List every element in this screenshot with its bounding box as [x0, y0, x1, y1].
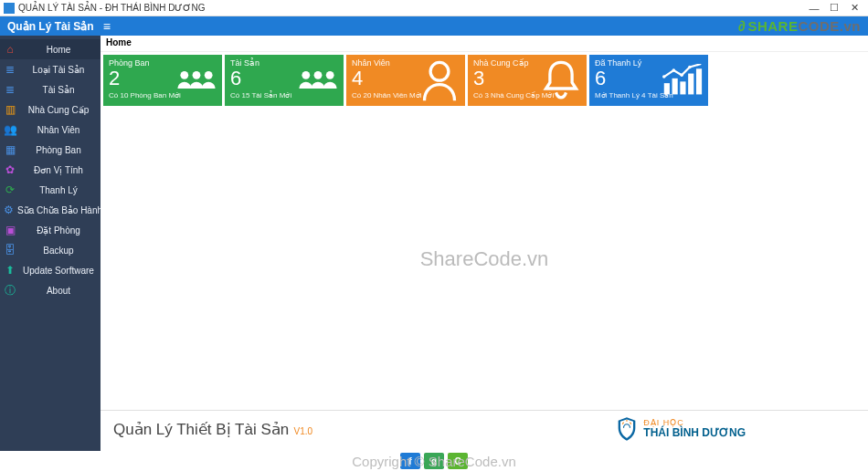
svg-point-14 [680, 74, 683, 78]
uni-line2: THÁI BÌNH DƯƠNG [643, 427, 746, 439]
sidebar-item-label: Update Sorftware [20, 266, 97, 276]
calendar-icon: ▣ [4, 224, 16, 236]
database-icon: 🗄 [4, 244, 16, 256]
users-icon [298, 60, 338, 100]
sidebar-item-sua-chua[interactable]: ⚙ Sữa Chữa Bảo Hành [0, 200, 101, 220]
card-tai-san[interactable]: Tài Sản 6 Có 15 Tài Sản Mới [225, 55, 344, 106]
sidebar-item-label: Backup [20, 246, 97, 256]
app-icon [4, 3, 15, 14]
social-chip[interactable]: g [424, 453, 444, 469]
list-icon: ≣ [4, 63, 16, 76]
bell-icon [541, 60, 581, 100]
gear-icon: ✿ [4, 163, 16, 176]
sidebar-item-label: Đặt Phòng [20, 225, 97, 236]
sidebar-item-backup[interactable]: 🗄 Backup [0, 240, 101, 260]
recycle-icon: ⟳ [4, 183, 16, 196]
svg-point-15 [688, 66, 692, 69]
sidebar-item-loai-tai-san[interactable]: ≣ Loại Tài Sản [0, 59, 101, 79]
person-icon [419, 60, 460, 100]
wrench-icon: ⚙ [4, 204, 14, 216]
home-icon: ⌂ [4, 43, 16, 56]
footer-title: Quản Lý Thiết Bị Tài Sản [113, 421, 289, 438]
app-title: Quản Lý Tài Sản [7, 20, 94, 33]
sidebar-item-label: About [20, 286, 97, 296]
users-icon [176, 60, 217, 100]
card-nha-cung-cap[interactable]: Nhà Cung Cấp 3 Có 3 Nhà Cung Cấp Mới [468, 55, 587, 106]
sidebar-item-don-vi-tinh[interactable]: ✿ Đơn Vị Tính [0, 160, 101, 180]
svg-point-0 [180, 71, 188, 79]
card-phong-ban[interactable]: Phòng Ban 2 Có 10 Phòng Ban Mới [103, 55, 222, 106]
info-icon: ⓘ [4, 284, 16, 297]
svg-rect-9 [680, 82, 685, 95]
svg-point-5 [326, 71, 334, 79]
minimize-button[interactable]: — [804, 3, 824, 14]
sidebar-item-phong-ban[interactable]: ▦ Phòng Ban [0, 140, 101, 160]
svg-rect-8 [672, 78, 678, 95]
sidebar-item-nha-cung-cap[interactable]: ▥ Nhà Cung Cấp [0, 99, 101, 120]
social-chip[interactable]: C [448, 453, 468, 469]
svg-rect-10 [688, 74, 693, 95]
sidebar-item-label: Nhân Viên [20, 125, 97, 135]
watermark: ShareCode.vn [420, 247, 549, 271]
breadcrumb: Home [101, 36, 868, 52]
sidebar-item-dat-phong[interactable]: ▣ Đặt Phòng [0, 220, 101, 240]
svg-point-6 [430, 62, 449, 80]
sidebar-item-update[interactable]: ⬆ Update Sorftware [0, 260, 101, 280]
office-icon: ▦ [4, 143, 16, 156]
maximize-button[interactable]: ☐ [824, 2, 844, 14]
sidebar-item-label: Thanh Lý [20, 185, 97, 195]
chart-icon [662, 60, 703, 100]
svg-point-2 [205, 71, 213, 79]
window-titlebar: QUẢN LÝ TÀI SẢN - ĐH THÁI BÌNH DƯƠNG — ☐… [0, 0, 868, 16]
logo-swirl-icon: ∂ [738, 18, 746, 34]
card-da-thanh-ly[interactable]: Đã Thanh Lý 6 Mới Thanh Lý 4 Tài Sản [589, 55, 708, 106]
sidebar-item-label: Home [20, 45, 97, 55]
sidebar-item-label: Phòng Ban [20, 145, 97, 155]
svg-point-1 [193, 71, 201, 79]
main-content: Home Phòng Ban 2 Có 10 Phòng Ban Mới Tài… [101, 36, 868, 451]
list-icon: ≣ [4, 83, 16, 96]
sidebar-item-tai-san[interactable]: ≣ Tài Sản [0, 79, 101, 99]
building-icon: ▥ [4, 103, 16, 116]
sidebar-item-nhan-vien[interactable]: 👥 Nhân Viên [0, 120, 101, 140]
close-button[interactable]: ✕ [844, 2, 864, 14]
sidebar-item-home[interactable]: ⌂ Home [0, 39, 101, 59]
content-area: ShareCode.vn [101, 109, 868, 410]
sidebar: ⌂ Home ≣ Loại Tài Sản ≣ Tài Sản ▥ Nhà Cu… [0, 36, 101, 451]
svg-rect-11 [696, 69, 702, 95]
svg-point-12 [662, 76, 666, 79]
people-icon: 👥 [4, 123, 16, 136]
card-nhan-vien[interactable]: Nhân Viên 4 Có 20 Nhân Viên Mới [346, 55, 465, 106]
svg-rect-7 [664, 84, 670, 95]
footer: Quản Lý Thiết Bị Tài Sản V1.0 ĐẠI HỌC TH… [101, 410, 868, 451]
sidebar-item-label: Sữa Chữa Bảo Hành [17, 205, 102, 215]
sharecode-logo: ∂SHARECODE.vn [738, 18, 861, 35]
sidebar-item-label: Đơn Vị Tính [20, 165, 97, 175]
sidebar-item-label: Loại Tài Sản [20, 65, 97, 75]
svg-point-4 [314, 71, 323, 79]
sidebar-item-label: Nhà Cung Cấp [20, 105, 97, 115]
social-chip[interactable]: f [400, 453, 420, 469]
topbar: Quản Lý Tài Sản ≡ ∂SHARECODE.vn [0, 16, 868, 36]
dashboard-cards: Phòng Ban 2 Có 10 Phòng Ban Mới Tài Sản … [101, 52, 868, 109]
shield-icon [616, 416, 638, 442]
footer-version: V1.0 [294, 426, 313, 436]
sidebar-item-label: Tài Sản [20, 85, 97, 95]
window-title: QUẢN LÝ TÀI SẢN - ĐH THÁI BÌNH DƯƠNG [18, 3, 205, 13]
sidebar-item-about[interactable]: ⓘ About [0, 280, 101, 300]
svg-point-13 [672, 69, 676, 73]
svg-point-3 [302, 71, 310, 79]
university-logo: ĐẠI HỌC THÁI BÌNH DƯƠNG [616, 416, 746, 442]
update-icon: ⬆ [4, 264, 16, 277]
menu-toggle-icon[interactable]: ≡ [103, 19, 111, 34]
sidebar-item-thanh-ly[interactable]: ⟳ Thanh Lý [0, 180, 101, 200]
bottombar: f g C Copyright © ShareCode.vn [0, 451, 868, 471]
